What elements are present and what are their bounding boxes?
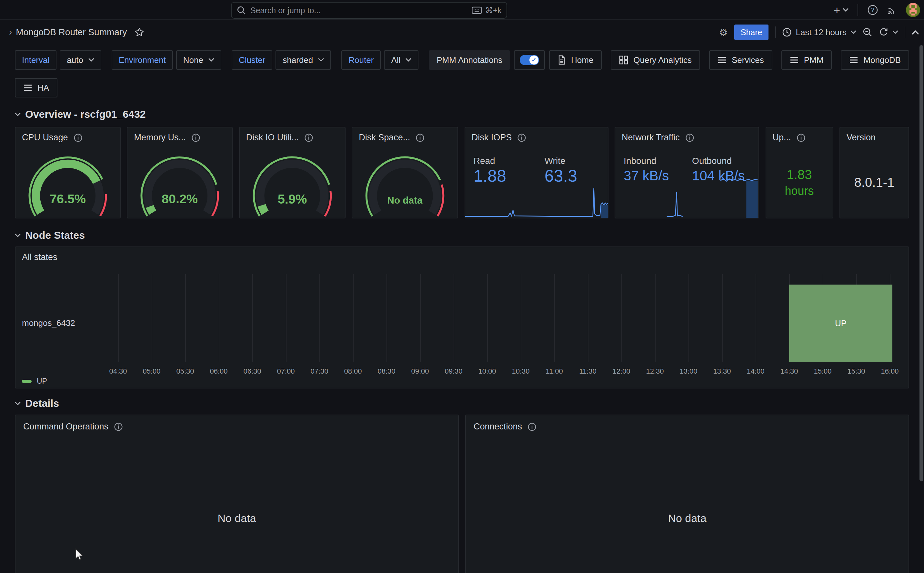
panel-title[interactable]: Up... (773, 133, 791, 142)
top-nav-bar: ⌘+k + ? (0, 0, 924, 20)
panel-title[interactable]: All states (22, 252, 58, 262)
pmm-annotations-label: PMM Annotations (429, 50, 510, 70)
news-rss-icon[interactable] (887, 5, 897, 15)
link-mongodb[interactable]: MongoDB (841, 50, 909, 70)
panel-title[interactable]: Disk IO Utili... (246, 133, 299, 142)
filter-label-router: Router (341, 50, 381, 70)
section-node-states[interactable]: Node States (15, 229, 909, 241)
cpu-gauge: 76.5% (16, 147, 120, 216)
gridline (286, 274, 286, 362)
info-icon[interactable] (518, 133, 526, 142)
share-button[interactable]: Share (734, 25, 769, 40)
uptime-value: 1.83 (766, 168, 833, 182)
filter-value-environment[interactable]: None (176, 50, 221, 70)
panel-all-states[interactable]: All states mongos_6432 UP 04:3005:0005:3… (15, 246, 909, 388)
filter-value-interval[interactable]: auto (60, 50, 101, 70)
panel-title[interactable]: Disk Space... (359, 133, 410, 142)
grafana-dashboard: ⌘+k + ? (0, 0, 924, 573)
zoom-out-icon[interactable] (863, 27, 872, 37)
overview-panels-row: CPU Usage 76.5% Memory Us... 80.2% Disk … (15, 127, 909, 218)
gridline (487, 274, 488, 362)
info-icon[interactable] (797, 133, 805, 142)
gridline (252, 274, 253, 362)
panel-uptime[interactable]: Up... 1.83 hours (766, 127, 833, 218)
panel-connections[interactable]: Connections No data (465, 415, 909, 573)
x-axis-label: 09:00 (406, 367, 434, 376)
page-title[interactable]: MongoDB Router Summary (16, 27, 127, 38)
chevron-down-icon (15, 402, 21, 405)
panel-disk-io[interactable]: Disk IO Utili... 5.9% (239, 127, 346, 218)
dashboard-links: Home Query Analytics Services PMM MongoD… (549, 50, 909, 70)
help-icon[interactable]: ? (867, 5, 878, 16)
panel-network-traffic[interactable]: Network Traffic Inbound Outbound 37 kB/s… (614, 127, 759, 218)
info-icon[interactable] (192, 133, 200, 142)
refresh-control[interactable] (879, 27, 898, 37)
info-icon[interactable] (416, 133, 424, 142)
gridline (453, 274, 454, 362)
grid-icon (619, 55, 628, 64)
settings-gear-icon[interactable]: ⚙ (719, 27, 728, 38)
info-icon[interactable] (74, 133, 82, 142)
panel-disk-space[interactable]: Disk Space... No data (352, 127, 458, 218)
scrollbar-thumb[interactable] (919, 45, 923, 481)
user-avatar[interactable] (906, 3, 920, 17)
chevron-down-icon (15, 113, 21, 116)
panel-title[interactable]: CPU Usage (22, 133, 68, 142)
link-home[interactable]: Home (549, 50, 602, 70)
collapse-chevron-up-icon[interactable] (912, 30, 919, 35)
stat-value: 63.3 (545, 166, 577, 186)
chevron-down-icon (851, 30, 856, 34)
link-pmm[interactable]: PMM (782, 50, 832, 70)
x-axis-label: 06:00 (205, 367, 233, 376)
panel-title[interactable]: Version (847, 133, 876, 142)
info-icon[interactable] (528, 423, 536, 431)
gridline (319, 274, 320, 362)
search-box[interactable]: ⌘+k (231, 2, 507, 19)
panel-title[interactable]: Command Operations (23, 422, 108, 432)
gridline (118, 274, 119, 362)
chevron-down-icon (208, 58, 214, 62)
timeline-row-label: mongos_6432 (22, 318, 75, 328)
panel-title[interactable]: Connections (474, 422, 522, 432)
panel-memory-usage[interactable]: Memory Us... 80.2% (127, 127, 233, 218)
pmm-annotations-toggle[interactable]: ✓ (514, 50, 545, 70)
disk-io-gauge: 5.9% (240, 147, 345, 216)
panel-version[interactable]: Version 8.0.1-1 (840, 127, 909, 218)
info-icon[interactable] (686, 133, 694, 142)
search-input[interactable] (250, 6, 467, 15)
section-overview[interactable]: Overview - rscfg01_6432 (15, 108, 909, 121)
svg-text:5.9%: 5.9% (278, 192, 307, 206)
legend-item-up[interactable]: UP (22, 377, 47, 385)
favorite-star-icon[interactable] (134, 27, 144, 37)
link-services[interactable]: Services (709, 50, 772, 70)
panel-title[interactable]: Memory Us... (134, 133, 186, 142)
state-timeline-plot: UP (107, 272, 893, 362)
add-button[interactable]: + (834, 4, 849, 16)
panel-cpu-usage[interactable]: CPU Usage 76.5% (15, 127, 121, 218)
filter-value-cluster[interactable]: sharded (275, 50, 331, 70)
link-query-analytics[interactable]: Query Analytics (611, 50, 700, 70)
info-icon[interactable] (305, 133, 313, 142)
x-axis-label: 10:30 (507, 367, 535, 376)
panel-title[interactable]: Network Traffic (622, 133, 680, 142)
info-icon[interactable] (114, 423, 123, 431)
panel-disk-iops[interactable]: Disk IOPS Read Write 1.88 63.3 (464, 127, 608, 218)
gridline (521, 274, 521, 362)
panel-title[interactable]: Disk IOPS (472, 133, 512, 142)
breadcrumb-caret[interactable]: › (5, 27, 16, 38)
filter-value-router[interactable]: All (384, 50, 419, 70)
legend-color-pill (22, 380, 31, 383)
section-details[interactable]: Details (15, 398, 909, 409)
link-ha[interactable]: HA (15, 78, 58, 97)
divider (858, 4, 858, 16)
time-range-picker[interactable]: Last 12 hours (782, 27, 856, 38)
x-axis-label: 07:30 (305, 367, 334, 376)
x-axis: 04:3005:0005:3006:0006:3007:0007:3008:00… (107, 367, 893, 376)
clock-icon (782, 27, 792, 37)
gridline (722, 274, 723, 362)
document-icon (558, 55, 566, 65)
filter-label-interval: Interval (15, 50, 56, 70)
x-axis-label: 09:30 (439, 367, 468, 376)
chevron-down-icon (405, 58, 411, 62)
gridline (152, 274, 152, 362)
